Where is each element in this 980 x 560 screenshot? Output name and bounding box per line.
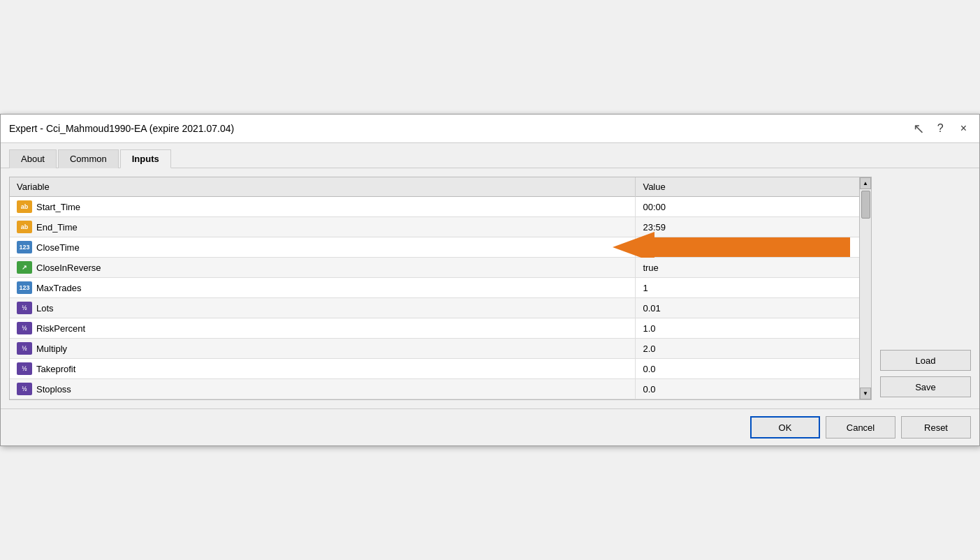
- value-text: 0.01: [643, 303, 660, 314]
- value-cell[interactable]: 0.0: [636, 359, 871, 379]
- type-icon: ½: [17, 322, 32, 334]
- scrollbar-thumb[interactable]: [861, 191, 870, 219]
- variable-cell: ½Multiply: [10, 339, 636, 359]
- reset-button[interactable]: Reset: [901, 416, 971, 439]
- variable-cell: 123MaxTrades: [10, 278, 636, 298]
- column-header-value: Value: [636, 177, 871, 197]
- scroll-down-button[interactable]: ▼: [860, 388, 871, 399]
- variable-cell: ½Stoploss: [10, 379, 636, 399]
- ok-button[interactable]: OK: [750, 416, 820, 439]
- value-cell[interactable]: 23:59: [636, 217, 871, 237]
- column-header-variable: Variable: [10, 177, 636, 197]
- close-button[interactable]: ×: [956, 121, 971, 136]
- variable-name: RiskPercent: [36, 323, 85, 334]
- type-icon: 123: [17, 241, 32, 253]
- value-cell[interactable]: 1.0: [636, 318, 871, 339]
- footer: OK Cancel Reset: [1, 408, 979, 445]
- value-cell[interactable]: 2.0: [636, 339, 871, 359]
- table-row[interactable]: ½Takeprofit0.0: [10, 359, 871, 379]
- inputs-table-container: Variable Value abStart_Time00:00abEnd_Ti…: [9, 177, 872, 400]
- tab-bar: About Common Inputs: [1, 143, 979, 168]
- variable-cell: abEnd_Time: [10, 217, 636, 237]
- value-text: 0.0: [643, 384, 655, 395]
- table-row[interactable]: 123CloseTime999: [10, 237, 871, 258]
- value-cell[interactable]: true: [636, 258, 871, 278]
- scrollbar-track[interactable]: [860, 189, 871, 388]
- variable-cell: ½Takeprofit: [10, 359, 636, 379]
- value-cell[interactable]: 0.01: [636, 298, 871, 318]
- variable-cell: ↗CloseInReverse: [10, 258, 636, 278]
- variable-name: CloseInReverse: [36, 263, 101, 273]
- tab-common[interactable]: Common: [58, 149, 119, 168]
- table-row[interactable]: ½RiskPercent1.0: [10, 318, 871, 339]
- value-cell[interactable]: 1: [636, 278, 871, 298]
- type-icon: ↗: [17, 261, 32, 274]
- variable-name: Start_Time: [36, 202, 80, 212]
- tab-inputs[interactable]: Inputs: [120, 149, 171, 168]
- type-icon: ½: [17, 383, 32, 395]
- type-icon: ½: [17, 342, 32, 355]
- type-icon: ab: [17, 221, 32, 233]
- type-icon: ½: [17, 302, 32, 314]
- type-icon: 123: [17, 281, 32, 294]
- variable-name: Takeprofit: [36, 364, 75, 374]
- value-text: 23:59: [643, 222, 666, 233]
- save-button[interactable]: Save: [880, 376, 971, 397]
- value-cell[interactable]: 00:00: [636, 197, 871, 217]
- table-row[interactable]: 123MaxTrades1: [10, 278, 871, 298]
- table-row[interactable]: ½Lots0.01: [10, 298, 871, 318]
- title-bar-controls: ↖ ? ×: [913, 120, 971, 137]
- variable-name: Multiply: [36, 344, 67, 354]
- value-cell[interactable]: 0.0: [636, 379, 871, 399]
- value-text: 999: [643, 242, 658, 253]
- value-text: 0.0: [643, 364, 655, 374]
- inputs-table: Variable Value abStart_Time00:00abEnd_Ti…: [10, 177, 871, 399]
- table-row[interactable]: abEnd_Time23:59: [10, 217, 871, 237]
- content-area: Variable Value abStart_Time00:00abEnd_Ti…: [1, 168, 979, 408]
- table-row[interactable]: ½Stoploss0.0: [10, 379, 871, 399]
- tab-about[interactable]: About: [9, 149, 57, 168]
- table-row[interactable]: ↗CloseInReversetrue: [10, 258, 871, 278]
- variable-cell: abStart_Time: [10, 197, 636, 217]
- value-text: true: [643, 263, 658, 273]
- table-row[interactable]: ½Multiply2.0: [10, 339, 871, 359]
- scroll-up-button[interactable]: ▲: [860, 177, 871, 189]
- value-cell[interactable]: 999: [636, 237, 871, 258]
- type-icon: ab: [17, 200, 32, 213]
- value-text: 1: [643, 283, 648, 293]
- variable-cell: ½RiskPercent: [10, 318, 636, 339]
- cancel-button[interactable]: Cancel: [826, 416, 895, 439]
- expert-dialog: Expert - Cci_Mahmoud1990-EA (expire 2021…: [0, 114, 980, 446]
- title-bar: Expert - Cci_Mahmoud1990-EA (expire 2021…: [1, 115, 979, 143]
- side-buttons: Load Save: [880, 177, 971, 400]
- variable-name: Stoploss: [36, 384, 71, 395]
- value-text: 2.0: [643, 344, 655, 354]
- dialog-title: Expert - Cci_Mahmoud1990-EA (expire 2021…: [9, 123, 234, 134]
- variable-name: Lots: [36, 303, 54, 314]
- load-button[interactable]: Load: [880, 350, 971, 371]
- variable-name: CloseTime: [36, 242, 80, 253]
- variable-cell: ½Lots: [10, 298, 636, 318]
- table-row[interactable]: abStart_Time00:00: [10, 197, 871, 217]
- value-text: 00:00: [643, 202, 666, 212]
- help-button[interactable]: ?: [933, 121, 948, 136]
- variable-name: MaxTrades: [36, 283, 82, 293]
- table-header-row: Variable Value: [10, 177, 871, 197]
- cursor-icon: ↖: [913, 120, 925, 137]
- variable-cell: 123CloseTime: [10, 237, 636, 258]
- type-icon: ½: [17, 362, 32, 375]
- value-text: 1.0: [643, 323, 655, 334]
- scrollbar[interactable]: ▲ ▼: [859, 177, 871, 399]
- variable-name: End_Time: [36, 222, 78, 233]
